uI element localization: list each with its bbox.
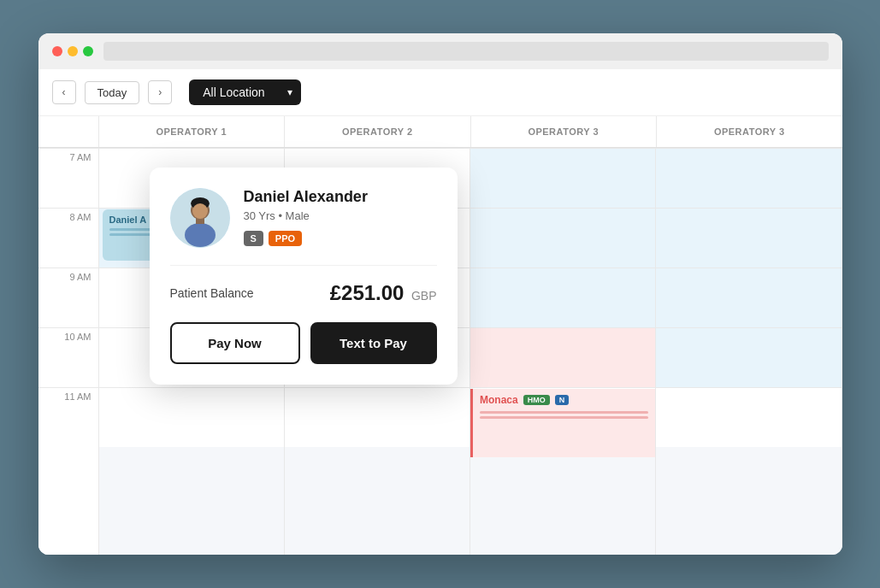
patient-popup-card: Daniel Alexander 30 Yrs • Male S PPO Pat… <box>150 168 458 385</box>
time-slot-9am: 9 AM <box>38 268 98 327</box>
col3-slot-9am <box>470 268 655 327</box>
col2-slot-11am <box>285 387 470 447</box>
minimize-button[interactable] <box>68 46 78 56</box>
patient-info: Daniel Alexander 30 Yrs • Male S PPO <box>244 188 437 246</box>
balance-label: Patient Balance <box>170 286 254 300</box>
popup-divider <box>170 265 437 266</box>
col4-slot-10am <box>656 327 841 387</box>
col4-slot-8am <box>656 208 841 268</box>
time-gutter: 7 AM 8 AM 9 AM 10 AM 11 AM <box>38 148 98 555</box>
next-button[interactable]: › <box>148 80 172 104</box>
today-button[interactable]: Today <box>85 81 140 104</box>
calendar-area: OPERATORY 1 OPERATORY 2 OPERATORY 3 OPER… <box>38 116 842 555</box>
operatory-col-4 <box>655 148 842 555</box>
operatory-col-3: Monaca HMO N <box>470 148 655 555</box>
col4-slot-7am <box>656 148 841 208</box>
balance-currency: GBP <box>411 289 437 303</box>
popup-actions: Pay Now Text to Pay <box>170 322 437 364</box>
monaca-line-1 <box>480 411 648 414</box>
patient-avatar <box>170 188 230 248</box>
time-gutter-header <box>38 116 98 147</box>
close-button[interactable] <box>52 46 62 56</box>
col3-slot-8am <box>470 208 655 268</box>
app-toolbar: ‹ Today › All Location ▾ <box>38 69 842 116</box>
badge-s: S <box>244 231 263 246</box>
patient-details: 30 Yrs • Male <box>244 209 437 222</box>
text-to-pay-button[interactable]: Text to Pay <box>310 322 437 364</box>
col3-slot-7am <box>470 148 655 208</box>
pay-now-button[interactable]: Pay Now <box>170 322 300 364</box>
col3-slot-10am <box>470 327 655 387</box>
patient-badges: S PPO <box>244 231 437 246</box>
address-bar[interactable] <box>103 42 829 61</box>
daniel-appt-name: Daniel A <box>109 215 147 225</box>
maximize-button[interactable] <box>83 46 93 56</box>
time-slot-11am: 11 AM <box>38 387 98 447</box>
col4-slot-9am <box>656 268 841 327</box>
operatory-header-4: OPERATORY 3 <box>656 116 842 147</box>
hmo-badge: HMO <box>523 395 550 405</box>
balance-amount-area: £251.00 GBP <box>330 281 437 305</box>
svg-point-2 <box>185 223 216 247</box>
browser-titlebar <box>38 33 842 69</box>
badge-ppo: PPO <box>269 231 302 246</box>
monaca-appt-lines <box>480 411 648 419</box>
monaca-appt-name: Monaca <box>480 394 518 406</box>
operatory-header-2: OPERATORY 2 <box>284 116 470 147</box>
traffic-lights <box>52 46 93 56</box>
location-button[interactable]: All Location <box>189 79 278 105</box>
time-slot-10am: 10 AM <box>38 327 98 387</box>
patient-name: Daniel Alexander <box>244 188 437 206</box>
balance-amount: £251.00 <box>330 281 405 304</box>
col4-slot-11am <box>656 387 841 447</box>
calendar-header: OPERATORY 1 OPERATORY 2 OPERATORY 3 OPER… <box>38 116 842 148</box>
operatory-header-1: OPERATORY 1 <box>98 116 285 147</box>
balance-row: Patient Balance £251.00 GBP <box>170 281 437 305</box>
n-badge: N <box>555 395 570 405</box>
time-slot-7am: 7 AM <box>38 148 98 208</box>
monaca-appt-header: Monaca HMO N <box>480 394 648 406</box>
location-dropdown-button[interactable]: ▾ <box>279 79 301 105</box>
operatory-header-3: OPERATORY 3 <box>470 116 657 147</box>
time-slot-8am: 8 AM <box>38 208 98 268</box>
popup-overlay: Daniel Alexander 30 Yrs • Male S PPO Pat… <box>150 168 458 385</box>
popup-header: Daniel Alexander 30 Yrs • Male S PPO <box>170 188 437 248</box>
browser-window: ‹ Today › All Location ▾ OPERATORY 1 OPE… <box>38 33 842 555</box>
avatar-svg <box>170 188 230 248</box>
prev-button[interactable]: ‹ <box>52 80 76 104</box>
col1-slot-11am <box>99 387 284 447</box>
svg-point-5 <box>192 203 208 219</box>
monaca-line-2 <box>480 416 648 419</box>
monaca-appointment[interactable]: Monaca HMO N <box>470 389 655 457</box>
